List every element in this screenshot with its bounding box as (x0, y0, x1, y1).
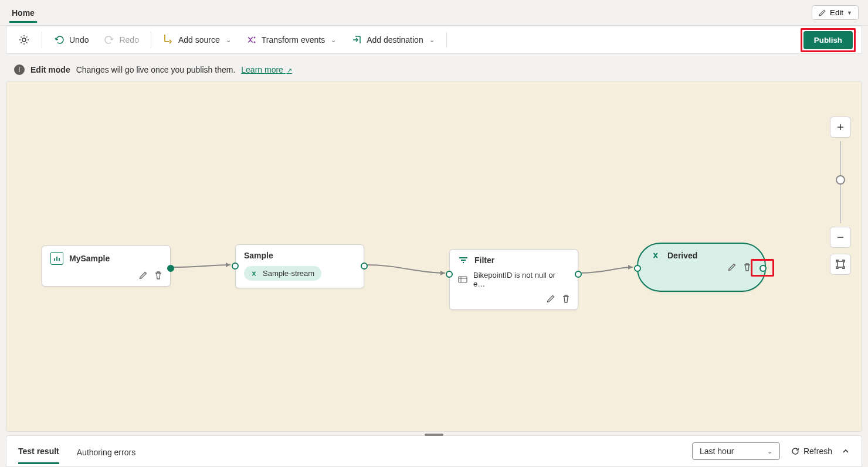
node-filter[interactable]: Filter BikepointID is not null or e… (449, 249, 578, 310)
refresh-label: Refresh (803, 446, 832, 456)
add-destination-icon (351, 35, 362, 45)
info-title: Edit mode (30, 65, 70, 74)
time-range-label: Last hour (700, 446, 734, 456)
edit-node-icon[interactable] (138, 271, 148, 280)
refresh-icon (791, 446, 800, 456)
chevron-down-icon: ⌄ (226, 36, 231, 44)
canvas[interactable]: MySample Sample Sample-stream Filter (6, 81, 862, 432)
svg-point-1 (253, 37, 255, 39)
learn-more-link[interactable]: Learn more ↗ (241, 65, 291, 74)
separator (42, 32, 42, 48)
transform-label: Transform events (262, 35, 325, 45)
port-highlight (751, 259, 774, 277)
info-icon: i (14, 64, 25, 75)
port-in[interactable] (634, 265, 641, 272)
svg-marker-3 (226, 263, 230, 267)
filter-detail: BikepointID is not null or e… (473, 271, 569, 288)
drag-handle[interactable] (425, 434, 443, 436)
chart-icon (50, 252, 63, 265)
svg-rect-7 (838, 261, 843, 267)
add-source-label: Add source (178, 35, 220, 45)
stream-icon (251, 270, 259, 278)
port-out[interactable] (167, 265, 174, 272)
refresh-button[interactable]: Refresh (791, 446, 832, 456)
bottom-panel: Test result Authoring errors Last hour ⌄… (6, 435, 862, 467)
publish-button[interactable]: Publish (803, 31, 853, 49)
zoom-controls (830, 117, 851, 275)
gear-icon (18, 34, 30, 46)
edit-node-icon[interactable] (546, 294, 555, 304)
chevron-down-icon: ▼ (847, 10, 852, 16)
undo-button[interactable]: Undo (48, 31, 94, 49)
port-in[interactable] (446, 271, 453, 278)
pencil-icon (818, 9, 826, 17)
node-derived[interactable]: Derived (637, 243, 766, 292)
zoom-slider-thumb[interactable] (836, 175, 845, 185)
edit-button[interactable]: Edit ▼ (812, 5, 859, 20)
settings-button[interactable] (12, 30, 36, 49)
tab-home[interactable]: Home (9, 2, 37, 23)
svg-rect-6 (459, 277, 467, 282)
fit-view-button[interactable] (830, 254, 851, 275)
node-sample[interactable]: Sample Sample-stream (235, 244, 364, 288)
svg-marker-5 (628, 265, 633, 270)
toolbar: Undo Redo Add source ⌄ Transform events … (6, 26, 862, 54)
svg-marker-4 (440, 271, 445, 275)
transform-events-button[interactable]: Transform events ⌄ (240, 31, 342, 49)
svg-point-0 (22, 38, 26, 42)
chevron-down-icon: ⌄ (429, 36, 435, 44)
undo-icon (54, 35, 65, 45)
delete-node-icon[interactable] (561, 294, 571, 304)
external-link-icon: ↗ (287, 67, 292, 74)
add-destination-label: Add destination (367, 35, 423, 45)
filter-icon (458, 256, 469, 264)
redo-button: Redo (98, 31, 144, 49)
chevron-down-icon: ⌄ (331, 36, 336, 44)
port-out[interactable] (361, 263, 368, 270)
collapse-panel-button[interactable] (842, 447, 850, 455)
delete-node-icon[interactable] (154, 271, 163, 280)
tab-test-result[interactable]: Test result (18, 438, 59, 464)
publish-highlight: Publish (801, 28, 856, 52)
add-source-button[interactable]: Add source ⌄ (157, 31, 237, 49)
data-icon (458, 276, 467, 283)
node-sample-title: Sample (244, 251, 273, 260)
tab-authoring-errors[interactable]: Authoring errors (77, 439, 135, 463)
port-in[interactable] (232, 263, 239, 270)
separator (151, 32, 151, 48)
redo-icon (104, 35, 114, 45)
undo-label: Undo (69, 35, 89, 45)
svg-point-2 (253, 42, 255, 43)
edit-button-label: Edit (830, 8, 843, 17)
info-message: Changes will go live once you publish th… (76, 65, 236, 74)
add-destination-button[interactable]: Add destination ⌄ (345, 31, 440, 49)
sample-stream-pill[interactable]: Sample-stream (244, 266, 321, 281)
redo-label: Redo (119, 35, 138, 45)
node-mysample[interactable]: MySample (42, 246, 171, 287)
zoom-in-button[interactable] (830, 117, 851, 138)
port-out[interactable] (575, 271, 582, 278)
edit-node-icon[interactable] (727, 263, 737, 272)
node-derived-title: Derived (667, 251, 697, 260)
sample-stream-label: Sample-stream (263, 269, 314, 278)
separator (446, 32, 447, 48)
learn-more-label: Learn more (241, 65, 283, 74)
chevron-down-icon: ⌄ (767, 448, 772, 455)
zoom-out-button[interactable] (830, 227, 851, 248)
node-filter-title: Filter (474, 255, 494, 265)
transform-icon (246, 35, 257, 45)
time-range-select[interactable]: Last hour ⌄ (692, 442, 780, 460)
stream-icon (652, 251, 662, 260)
zoom-slider[interactable] (840, 141, 841, 223)
info-bar: i Edit mode Changes will go live once yo… (6, 59, 862, 81)
add-source-icon (163, 35, 174, 45)
node-source-title: MySample (69, 254, 110, 263)
